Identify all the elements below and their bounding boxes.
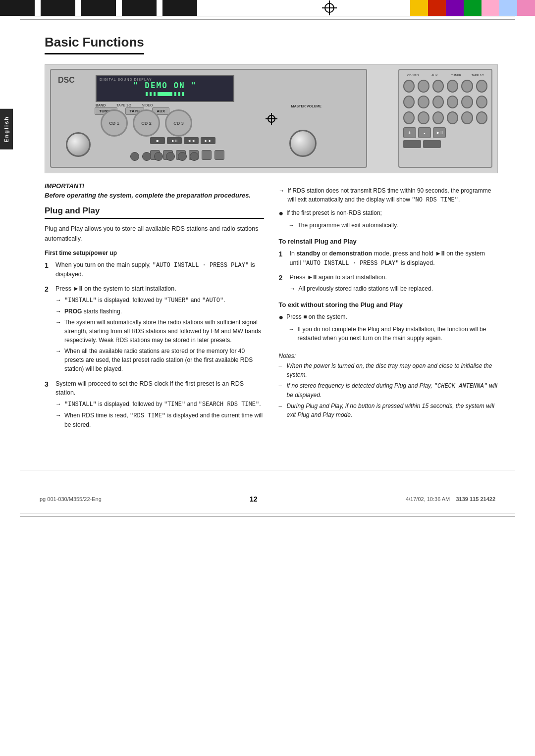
step-1-text: When you turn on the main supply, "AUTO … bbox=[55, 261, 255, 278]
master-volume-label: MASTER VOLUME bbox=[291, 104, 321, 108]
cd1: CD 1 bbox=[101, 109, 128, 137]
display-label: DIGITAL SOUND DISPLAY bbox=[100, 78, 152, 81]
reinstall-step-1-text: In standby or demonstration mode, press … bbox=[290, 250, 485, 266]
note-3: – During Plug and Play, if no button is … bbox=[279, 402, 498, 419]
step-2: 2 Press ►II on the system to start insta… bbox=[45, 284, 264, 374]
reinstall-step-2-text: Press ►II again to start installation. bbox=[290, 274, 387, 281]
footer-page-ref: pg 001-030/M355/22-Eng bbox=[40, 496, 102, 502]
left-knob bbox=[66, 132, 91, 157]
rp-btn-6 bbox=[476, 80, 487, 93]
right-knob bbox=[289, 130, 317, 157]
first-time-subtitle: First time setup/power up bbox=[45, 250, 264, 256]
plug-and-play-title: Plug and Play bbox=[45, 206, 264, 219]
footer-page-number: 12 bbox=[250, 495, 258, 503]
page-title: Basic Functions bbox=[45, 35, 144, 54]
bullet-non-rds: ● If the first preset is non-RDS station… bbox=[279, 208, 498, 218]
plug-and-play-description: Plug and Play allows you to store all av… bbox=[45, 224, 264, 244]
ctrl-btn-5 bbox=[202, 150, 212, 160]
rp-btn-r6 bbox=[476, 96, 487, 108]
rp-btn-5 bbox=[461, 80, 473, 93]
rp-btn-cd bbox=[403, 80, 415, 93]
exit-without-arrow: → If you do not complete the Plug and Pl… bbox=[289, 325, 498, 343]
rp-btn-s4 bbox=[447, 111, 458, 124]
rp-btn-aux bbox=[418, 80, 429, 93]
reinstall-step-1: 1 In standby or demonstration mode, pres… bbox=[279, 249, 498, 268]
english-tab: English bbox=[0, 109, 13, 150]
note-1: – When the power is turned on, the disc … bbox=[279, 361, 498, 379]
step-3-arrow-1: → "INSTALL" is displayed, followed by "T… bbox=[55, 400, 264, 409]
step-2-arrow-3: → When all the available radio stations … bbox=[55, 347, 264, 373]
step-3-arrow-2: → When RDS time is read, "RDS TIME" is d… bbox=[55, 411, 264, 429]
important-label: IMPORTANT! bbox=[45, 182, 264, 190]
reinstall-step-2: 2 Press ►II again to start installation.… bbox=[279, 273, 498, 294]
step-2-text: Press ►II on the system to start install… bbox=[55, 285, 176, 292]
device-image: DSC DIGITAL SOUND DISPLAY " DEMO ON " bbox=[45, 64, 498, 173]
step-2-arrow-1: → "INSTALL" is displayed, followed by "T… bbox=[55, 296, 264, 305]
display-text: " DEMO ON " bbox=[133, 81, 197, 90]
reinstall-steps: 1 In standby or demonstration mode, pres… bbox=[279, 249, 498, 294]
notes-section: Notes: – When the power is turned on, th… bbox=[279, 353, 498, 419]
rp-btn-r1 bbox=[403, 96, 415, 108]
rp-btn-s2 bbox=[418, 111, 429, 124]
footer-product-code: 3139 115 21422 bbox=[456, 496, 495, 502]
exit-without-bullet: ● Press ■ on the system. bbox=[279, 312, 498, 322]
step-2-arrow-prog: → PROG starts flashing. bbox=[55, 307, 264, 316]
right-panel: CD 1/2/3 AUX TUNER TAPE 1/2 bbox=[398, 69, 492, 168]
rp-btn-s3 bbox=[432, 111, 444, 124]
step-1: 1 When you turn on the main supply, "AUT… bbox=[45, 260, 264, 279]
ctrl-btn-6 bbox=[214, 150, 224, 160]
rp-btn-r2 bbox=[418, 96, 429, 108]
dsc-label: DSC bbox=[58, 76, 75, 85]
plug-and-play-section: Plug and Play Plug and Play allows you t… bbox=[45, 206, 264, 430]
footer-date-code: 4/17/02, 10:36 AM 3139 115 21422 bbox=[406, 496, 495, 502]
rp-btn-r5 bbox=[461, 96, 473, 108]
rp-btn-tape bbox=[447, 80, 458, 93]
step-2-arrow-2: → The system will automatically store th… bbox=[55, 318, 264, 345]
rds-arrow-note: → If RDS station does not transmit RDS t… bbox=[279, 186, 498, 204]
rp-btn-r3 bbox=[432, 96, 444, 108]
step-3: 3 System will proceed to set the RDS clo… bbox=[45, 379, 264, 431]
rp-btn-r4 bbox=[447, 96, 458, 108]
bullet-non-rds-arrow: → The programme will exit automatically. bbox=[289, 221, 498, 230]
cd3: CD 3 bbox=[165, 109, 192, 137]
exit-without-section: To exit without storing the Plug and Pla… bbox=[279, 301, 498, 343]
page-footer: pg 001-030/M355/22-Eng 12 4/17/02, 10:36… bbox=[0, 485, 535, 513]
rp-btn-s5 bbox=[461, 111, 473, 124]
reinstall-step-2-arrow: → All previously stored radio stations w… bbox=[290, 284, 498, 293]
cd2: CD 2 bbox=[133, 109, 160, 137]
reinstall-section: To reinstall Plug and Play 1 In standby … bbox=[279, 238, 498, 294]
reinstall-title: To reinstall Plug and Play bbox=[279, 238, 498, 245]
notes-title: Notes: bbox=[279, 353, 498, 359]
important-text: Before operating the system, complete th… bbox=[45, 192, 264, 199]
step-3-text: System will proceed to set the RDS clock… bbox=[55, 380, 244, 397]
note-2: – If no stereo frequency is detected dur… bbox=[279, 381, 498, 400]
rp-btn-tuner bbox=[432, 80, 444, 93]
exit-without-title: To exit without storing the Plug and Pla… bbox=[279, 301, 498, 308]
setup-steps-list: 1 When you turn on the main supply, "AUT… bbox=[45, 260, 264, 430]
rp-btn-s6 bbox=[476, 111, 487, 124]
rp-btn-s1 bbox=[403, 111, 415, 124]
